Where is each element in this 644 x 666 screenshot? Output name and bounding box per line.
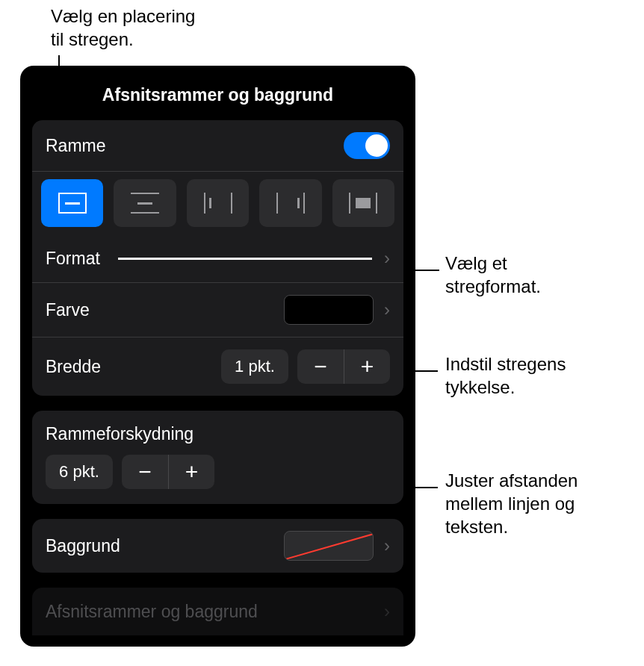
settings-panel: Afsnitsrammer og baggrund Ramme (20, 66, 415, 647)
offset-controls: 6 pkt. − + (32, 450, 403, 504)
panel-title: Afsnitsrammer og baggrund (20, 66, 415, 120)
position-top-icon (204, 193, 232, 214)
color-label: Farve (46, 300, 90, 320)
color-row[interactable]: Farve › (32, 282, 403, 337)
format-preview (118, 258, 372, 260)
background-row[interactable]: Baggrund › (32, 519, 403, 573)
width-label: Bredde (46, 357, 101, 377)
offset-increase-button[interactable]: + (168, 455, 214, 489)
format-row[interactable]: Format › (32, 234, 403, 282)
callout-offset: Juster afstanden mellem linjen og tekste… (445, 469, 578, 539)
border-toggle-row: Ramme (32, 120, 403, 171)
panel-body: Ramme (20, 120, 415, 635)
background-section: Baggrund › (32, 519, 403, 573)
chevron-right-icon: › (384, 299, 390, 320)
width-value[interactable]: 1 pkt. (221, 349, 288, 384)
offset-label: Rammeforskydning (32, 411, 403, 450)
position-bottom-icon (131, 193, 159, 214)
position-inside-icon (349, 193, 377, 214)
position-all-icon (58, 193, 87, 214)
background-label: Baggrund (46, 536, 120, 556)
bottom-link-row[interactable]: Afsnitsrammer og baggrund › (32, 588, 403, 635)
chevron-right-icon: › (384, 601, 390, 622)
position-right-button[interactable] (259, 179, 321, 227)
chevron-right-icon: › (384, 535, 390, 556)
bottom-link-label: Afsnitsrammer og baggrund (46, 602, 258, 622)
chevron-right-icon: › (384, 248, 390, 269)
position-top-button[interactable] (187, 179, 249, 227)
position-right-icon (276, 193, 305, 214)
offset-section: Rammeforskydning 6 pkt. − + (32, 411, 403, 504)
callout-position: Vælg en placering til stregen. (51, 4, 195, 51)
offset-stepper: − + (122, 455, 214, 489)
format-label: Format (46, 249, 100, 269)
color-swatch (284, 295, 374, 325)
position-all-button[interactable] (41, 179, 103, 227)
offset-value[interactable]: 6 pkt. (46, 455, 113, 489)
width-decrease-button[interactable]: − (297, 349, 344, 384)
width-row: Bredde 1 pkt. − + (32, 337, 403, 396)
callout-format: Vælg et stregformat. (445, 252, 541, 298)
position-inside-button[interactable] (332, 179, 394, 227)
offset-decrease-button[interactable]: − (122, 455, 168, 489)
toggle-knob (365, 134, 388, 157)
border-section: Ramme (32, 120, 403, 396)
position-bottom-button[interactable] (114, 179, 176, 227)
width-increase-button[interactable]: + (344, 349, 390, 384)
callout-width: Indstil stregens tykkelse. (445, 352, 566, 399)
border-label: Ramme (46, 136, 106, 156)
border-position-row (32, 171, 403, 234)
background-swatch-none (284, 531, 374, 561)
width-stepper: − + (297, 349, 390, 384)
border-toggle[interactable] (344, 132, 390, 159)
